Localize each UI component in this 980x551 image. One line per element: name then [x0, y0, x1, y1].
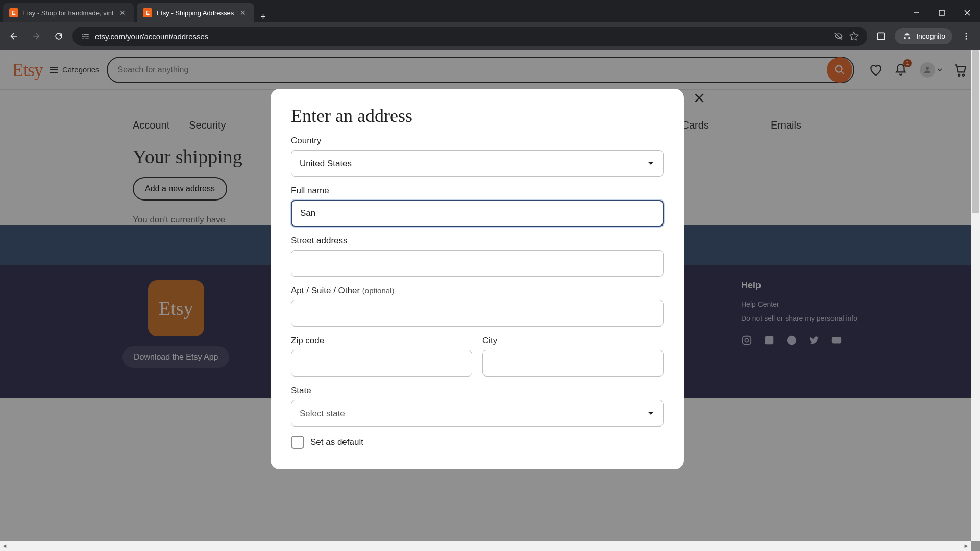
state-label: State — [291, 386, 664, 396]
browser-toolbar: etsy.com/your/account/addresses Incognit… — [0, 22, 980, 50]
forward-button[interactable] — [28, 28, 45, 45]
url-text: etsy.com/your/account/addresses — [95, 32, 828, 41]
svg-rect-5 — [84, 34, 89, 35]
country-label: Country — [291, 136, 664, 146]
default-checkbox[interactable] — [291, 436, 304, 449]
incognito-icon — [902, 31, 912, 41]
svg-rect-8 — [82, 38, 84, 39]
reload-button[interactable] — [50, 28, 67, 45]
zip-field: Zip code — [291, 336, 472, 377]
tab-close-icon[interactable]: ✕ — [117, 9, 128, 17]
svg-rect-1 — [939, 10, 944, 15]
tab-favicon-etsy: E — [9, 8, 18, 17]
close-window-button[interactable] — [954, 3, 980, 22]
modal-close-button[interactable] — [688, 87, 710, 109]
extensions-icon[interactable] — [872, 28, 890, 45]
incognito-label: Incognito — [916, 32, 945, 40]
zip-label: Zip code — [291, 336, 472, 346]
page-viewport: Etsy Categories 1 Valen x — [0, 50, 980, 551]
zip-input[interactable] — [291, 350, 472, 377]
address-modal: Enter an address Country United States F… — [271, 89, 684, 469]
scrollbar-thumb[interactable] — [972, 50, 979, 213]
street-label: Street address — [291, 236, 664, 246]
country-field: Country United States — [291, 136, 664, 177]
maximize-button[interactable] — [929, 3, 954, 22]
svg-point-13 — [966, 38, 967, 40]
country-select[interactable]: United States — [291, 150, 664, 177]
fullname-field: Full name — [291, 186, 664, 227]
state-select[interactable]: Select state — [291, 400, 664, 427]
svg-rect-4 — [82, 34, 83, 35]
eye-off-icon[interactable] — [834, 31, 844, 41]
scroll-right-arrow[interactable]: ► — [962, 543, 971, 549]
address-bar[interactable]: etsy.com/your/account/addresses — [72, 27, 867, 46]
incognito-indicator[interactable]: Incognito — [895, 28, 952, 44]
tab-close-icon[interactable]: ✕ — [238, 9, 248, 17]
default-checkbox-label: Set as default — [310, 437, 363, 447]
site-settings-icon[interactable] — [81, 32, 90, 41]
bookmark-star-icon[interactable] — [849, 31, 859, 41]
tab-title: Etsy - Shop for handmade, vint — [22, 9, 113, 17]
apt-field: Apt / Suite / Other (optional) — [291, 286, 664, 327]
vertical-scrollbar[interactable] — [971, 50, 980, 541]
street-input[interactable] — [291, 250, 664, 277]
tab-title: Etsy - Shipping Addresses — [156, 9, 234, 17]
horizontal-scrollbar[interactable]: ◄ ► — [0, 541, 971, 551]
city-input[interactable] — [482, 350, 664, 377]
new-tab-button[interactable]: + — [254, 12, 272, 22]
minimize-button[interactable] — [903, 3, 929, 22]
back-button[interactable] — [5, 28, 22, 45]
svg-rect-6 — [82, 36, 86, 37]
svg-point-11 — [966, 33, 967, 34]
browser-tab-2[interactable]: E Etsy - Shipping Addresses ✕ — [137, 3, 254, 22]
browser-menu-icon[interactable] — [958, 28, 975, 45]
modal-title: Enter an address — [291, 105, 664, 127]
tab-favicon-etsy: E — [143, 8, 152, 17]
apt-label: Apt / Suite / Other (optional) — [291, 286, 664, 296]
browser-tab-strip: E Etsy - Shop for handmade, vint ✕ E Ets… — [0, 0, 980, 22]
svg-rect-9 — [85, 38, 89, 39]
state-field: State Select state — [291, 386, 664, 427]
fullname-label: Full name — [291, 186, 664, 196]
svg-point-12 — [966, 36, 967, 37]
window-controls — [903, 3, 980, 22]
svg-rect-7 — [86, 36, 89, 37]
street-field: Street address — [291, 236, 664, 277]
apt-input[interactable] — [291, 300, 664, 327]
city-field: City — [482, 336, 664, 377]
svg-rect-10 — [878, 33, 885, 39]
scroll-left-arrow[interactable]: ◄ — [0, 543, 9, 549]
browser-tab-1[interactable]: E Etsy - Shop for handmade, vint ✕ — [3, 3, 134, 22]
fullname-input[interactable] — [291, 200, 664, 227]
default-checkbox-row: Set as default — [291, 436, 664, 449]
city-label: City — [482, 336, 664, 346]
close-icon — [693, 91, 706, 105]
